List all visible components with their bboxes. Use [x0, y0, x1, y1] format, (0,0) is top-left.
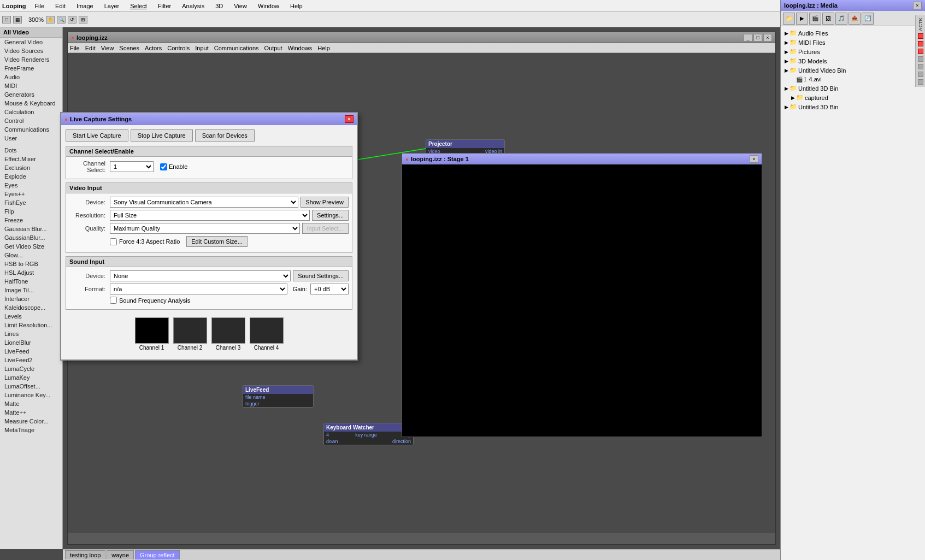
inner-win-minimize[interactable]: _ — [744, 34, 752, 42]
sound-device-dropdown[interactable]: None — [110, 270, 291, 281]
sound-settings-button[interactable]: Sound Settings... — [293, 270, 349, 281]
tree-item-captured[interactable]: ▶ 📁 captured — [781, 93, 915, 102]
sidebar-item-midi[interactable]: MIDI — [0, 81, 62, 90]
dialog-close-button[interactable]: × — [345, 115, 353, 123]
media-btn-7[interactable]: 🔄 — [862, 13, 874, 25]
media-btn-5[interactable]: 🎵 — [835, 13, 847, 25]
menu-filter[interactable]: Filter — [156, 2, 173, 10]
keyboard-watcher-node[interactable]: Keyboard Watcher 4 key range key down di… — [323, 423, 414, 445]
sound-format-dropdown[interactable]: n/a — [110, 284, 287, 294]
media-btn-6[interactable]: 📤 — [849, 13, 861, 25]
tree-item-3d-models[interactable]: ▶ 📁 3D Models — [781, 56, 915, 66]
inner-menu-windows[interactable]: Windows — [288, 45, 313, 51]
sidebar-item-gaussian-blur[interactable]: Gaussian Blur... — [0, 225, 62, 233]
menu-help[interactable]: Help — [288, 2, 305, 10]
menu-edit[interactable]: Edit — [53, 2, 68, 10]
toolbar-hand[interactable]: ✋ — [46, 16, 55, 23]
toolbar-btn-1[interactable]: □ — [2, 16, 11, 23]
sidebar-item-eyes2[interactable]: Eyes++ — [0, 190, 62, 198]
sidebar-item-halftone[interactable]: HalfTone — [0, 277, 62, 286]
sidebar-item-mouse-keyboard[interactable]: Mouse & Keyboard — [0, 99, 62, 108]
stop-live-capture-button[interactable]: Stop Live Capture — [131, 129, 193, 142]
tab-testing-loop[interactable]: testing loop — [65, 550, 105, 559]
toolbar-grid[interactable]: ⊞ — [79, 16, 87, 23]
toolbar-search[interactable]: 🔍 — [57, 16, 66, 23]
media-btn-4[interactable]: 🖼 — [822, 13, 834, 25]
channel-4-item[interactable]: Channel 4 — [250, 317, 284, 351]
tab-wayne[interactable]: wayne — [107, 550, 134, 559]
menu-analysis[interactable]: Analysis — [180, 2, 207, 10]
menu-file[interactable]: File — [32, 2, 46, 10]
menu-select[interactable]: Select — [128, 2, 149, 10]
inner-win-maximize[interactable]: □ — [753, 34, 762, 42]
settings-button[interactable]: Settings... — [312, 210, 349, 221]
input-select-button[interactable]: Input Select... — [302, 223, 349, 234]
sidebar-item-calculation[interactable]: Calculation — [0, 108, 62, 116]
livefeed-node[interactable]: LiveFeed file name trigger — [243, 385, 314, 408]
toolbar-btn-2[interactable]: ▦ — [13, 16, 22, 23]
tree-item-3d-bin-1[interactable]: ▶ 📁 Untitled 3D Bin — [781, 84, 915, 93]
sidebar-item-gaussianblur[interactable]: GaussianBlur... — [0, 233, 62, 242]
show-preview-button[interactable]: Show Preview — [301, 197, 349, 208]
sidebar-item-generators[interactable]: Generators — [0, 90, 62, 99]
menu-view[interactable]: View — [232, 2, 249, 10]
force-aspect-checkbox[interactable] — [110, 238, 117, 245]
sidebar-item-explode[interactable]: Explode — [0, 172, 62, 181]
menu-image[interactable]: Image — [74, 2, 96, 10]
sidebar-item-video-renderers[interactable]: Video Renderers — [0, 55, 62, 64]
tree-item-pictures[interactable]: ▶ 📁 Pictures — [781, 47, 915, 56]
sound-freq-checkbox[interactable] — [110, 297, 117, 304]
sidebar-item-image-tile[interactable]: Image Til... — [0, 286, 62, 294]
sidebar-item-livefeed2[interactable]: LiveFeed2 — [0, 356, 62, 364]
sidebar-item-glow[interactable]: Glow... — [0, 251, 62, 260]
sidebar-item-user[interactable]: User — [0, 134, 62, 143]
toolbar-rotate[interactable]: ↺ — [68, 16, 76, 23]
inner-menu-file[interactable]: File — [70, 45, 80, 51]
resolution-dropdown[interactable]: Full Size Half Size Quarter Size — [110, 210, 310, 221]
sidebar-item-effect-mixer[interactable]: Effect.Mixer — [0, 155, 62, 163]
stage-close[interactable]: × — [750, 155, 758, 163]
tab-group-reflect[interactable]: Group reflect — [135, 550, 180, 559]
video-device-dropdown[interactable]: Sony Visual Communication Camera None — [110, 197, 298, 208]
sidebar-item-limit-resolution[interactable]: Limit Resolution... — [0, 321, 62, 329]
sidebar-item-livefeed[interactable]: LiveFeed — [0, 347, 62, 356]
inner-menu-output[interactable]: Output — [264, 45, 282, 51]
channel-3-item[interactable]: Channel 3 — [211, 317, 245, 351]
inner-menu-communications[interactable]: Communications — [214, 45, 259, 51]
sidebar-item-measure-color[interactable]: Measure Color... — [0, 417, 62, 426]
sidebar-item-flip[interactable]: Flip — [0, 207, 62, 216]
sidebar-item-freeframe[interactable]: FreeFrame — [0, 64, 62, 73]
sidebar-item-dots[interactable]: Dots — [0, 146, 62, 155]
sidebar-item-general-video[interactable]: General Video — [0, 38, 62, 46]
edit-custom-size-button[interactable]: Edit Custom Size... — [186, 236, 248, 247]
right-panel-close[interactable]: × — [913, 2, 922, 9]
sidebar-item-control[interactable]: Control — [0, 116, 62, 125]
start-live-capture-button[interactable]: Start Live Capture — [66, 129, 128, 142]
sidebar-item-interlacer[interactable]: Interlacer — [0, 294, 62, 303]
inner-win-close[interactable]: × — [763, 34, 772, 42]
sidebar-item-hsb-rgb[interactable]: HSB to RGB — [0, 260, 62, 268]
sidebar-item-lionelblur[interactable]: LionelBlur — [0, 338, 62, 347]
sidebar-item-freeze[interactable]: Freeze — [0, 216, 62, 225]
sidebar-item-communications[interactable]: Communications — [0, 125, 62, 134]
sidebar-item-levels[interactable]: Levels — [0, 312, 62, 321]
tree-item-midi-files[interactable]: ▶ 📁 MIDI Files — [781, 38, 915, 47]
inner-menu-scenes[interactable]: Scenes — [119, 45, 139, 51]
tree-item-4avi[interactable]: 🎬 1 4.avi — [781, 75, 915, 84]
inner-menu-view[interactable]: View — [101, 45, 114, 51]
channel-1-item[interactable]: Channel 1 — [135, 317, 169, 351]
channel-2-item[interactable]: Channel 2 — [173, 317, 207, 351]
tree-item-3d-bin-2[interactable]: ▶ 📁 Untitled 3D Bin — [781, 102, 915, 111]
sidebar-item-lumacycle[interactable]: LumaCycle — [0, 364, 62, 373]
sidebar-item-fisheye[interactable]: FishEye — [0, 198, 62, 207]
sidebar-item-matte[interactable]: Matte — [0, 399, 62, 408]
quality-dropdown[interactable]: Maximum Quality High Quality Medium Qual… — [110, 223, 300, 234]
sidebar-item-lines[interactable]: Lines — [0, 329, 62, 338]
enable-checkbox[interactable] — [160, 163, 167, 170]
sidebar-item-get-video-size[interactable]: Get Video Size — [0, 242, 62, 251]
menu-layer[interactable]: Layer — [102, 2, 122, 10]
tree-item-video-bin[interactable]: ▶ 📁 Untitled Video Bin — [781, 66, 915, 75]
menu-3d[interactable]: 3D — [213, 2, 225, 10]
channel-select-dropdown[interactable]: 1 2 3 4 — [110, 161, 154, 172]
media-btn-2[interactable]: ▶ — [796, 13, 808, 25]
